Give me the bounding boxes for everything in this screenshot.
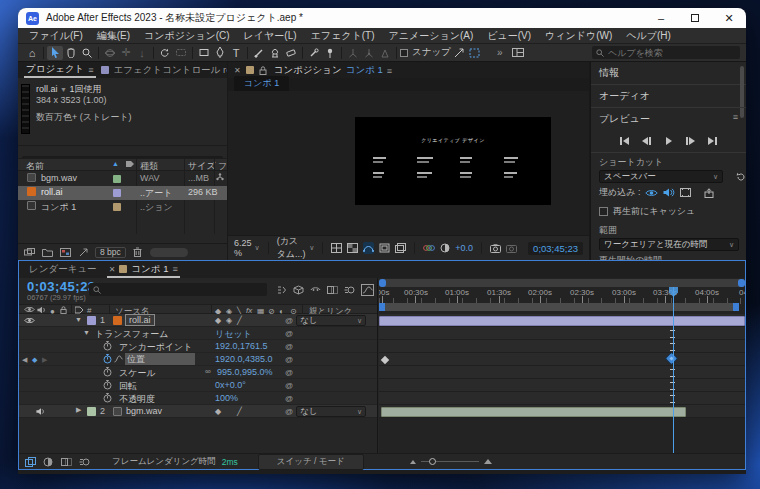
- timeline-search-input[interactable]: [104, 282, 244, 297]
- audio-on-icon[interactable]: [36, 407, 46, 416]
- include-audio-icon[interactable]: [663, 188, 675, 197]
- playhead-line[interactable]: [673, 287, 674, 453]
- label-color-chip[interactable]: [113, 189, 121, 197]
- lock-icon[interactable]: [259, 66, 267, 75]
- stopwatch-icon[interactable]: [103, 341, 112, 351]
- zoom-in-mountain-icon[interactable]: [484, 459, 492, 464]
- property-value[interactable]: 192.0,1761.5: [215, 341, 268, 351]
- range-dropdown[interactable]: ワークエリアと現在の時間∨: [599, 238, 739, 251]
- track-row-position[interactable]: [379, 353, 745, 366]
- chevron-down-icon[interactable]: ▼: [60, 86, 67, 93]
- project-item-comp1[interactable]: コンポ 1 ..ション: [18, 200, 227, 214]
- panel-menu-icon[interactable]: ≡: [172, 264, 177, 274]
- graph-toggle-icon[interactable]: [114, 355, 123, 363]
- help-search-field[interactable]: [592, 46, 740, 59]
- minimize-button[interactable]: –: [644, 8, 678, 28]
- property-value[interactable]: 0x+0.0°: [215, 380, 246, 390]
- world-axis-mode-icon[interactable]: [361, 46, 377, 60]
- transform-group-row[interactable]: ▼ トランスフォーム リセット @: [19, 327, 377, 340]
- expand-caret-icon[interactable]: ▶: [76, 406, 81, 414]
- info-panel-header[interactable]: 情報: [591, 62, 746, 85]
- parent-dropdown[interactable]: なし∨: [296, 315, 366, 326]
- mask-visibility-icon[interactable]: [363, 242, 374, 254]
- close-panel-icon[interactable]: ✕: [234, 66, 241, 75]
- motion-blur-icon[interactable]: [343, 283, 356, 296]
- menu-view[interactable]: ビュー(V): [480, 29, 538, 43]
- panel-menu-icon[interactable]: ≡: [387, 66, 392, 76]
- track-row-roll[interactable]: [379, 314, 745, 327]
- layer-bar-roll[interactable]: [379, 316, 745, 326]
- track-row-bgm[interactable]: [379, 405, 745, 418]
- layer-label-chip[interactable]: [87, 316, 96, 325]
- track-row-rotation[interactable]: [379, 379, 745, 392]
- quality-toggle[interactable]: ╱: [237, 407, 242, 416]
- frame-blending-icon[interactable]: [326, 283, 339, 296]
- proxy-icon[interactable]: [77, 247, 89, 258]
- cache-before-checkbox[interactable]: [599, 207, 608, 216]
- property-value[interactable]: 1920.0,4385.0: [215, 354, 273, 364]
- play-button[interactable]: [660, 134, 677, 147]
- label-color-chip[interactable]: [113, 175, 121, 183]
- close-tab-icon[interactable]: ✕: [109, 265, 116, 274]
- timeline-zoom-bar[interactable]: [379, 279, 745, 287]
- panel-menu-icon[interactable]: ≡: [88, 65, 93, 75]
- preview-panel-header[interactable]: プレビュー ≡: [591, 108, 746, 130]
- track-row-opacity[interactable]: [379, 392, 745, 405]
- region-of-interest-button-icon[interactable]: [379, 242, 390, 254]
- menu-file[interactable]: ファイル(F): [22, 29, 90, 43]
- menu-layer[interactable]: レイヤー(L): [237, 29, 304, 43]
- link-dimensions-icon[interactable]: ∞: [205, 367, 211, 376]
- next-keyframe-icon[interactable]: ▶: [42, 356, 47, 364]
- home-icon[interactable]: ⌂: [24, 46, 40, 60]
- local-axis-mode-icon[interactable]: [345, 46, 361, 60]
- brush-tool-icon[interactable]: [251, 46, 267, 60]
- resolution-dropdown[interactable]: (カスタム...)∨: [277, 235, 315, 261]
- menu-window[interactable]: ウィンドウ(W): [538, 29, 619, 43]
- composition-marker-icon[interactable]: [24, 456, 36, 467]
- property-row-opacity[interactable]: 不透明度 100% @: [19, 392, 377, 405]
- label-color-chip[interactable]: [113, 203, 121, 211]
- sort-ascending-icon[interactable]: ▲: [112, 160, 119, 167]
- trash-icon[interactable]: [132, 247, 144, 258]
- track-row-transform[interactable]: [379, 327, 745, 340]
- magnification-dropdown[interactable]: 6.25 %∨: [234, 238, 260, 258]
- shortcut-dropdown[interactable]: スペースバー∨: [599, 170, 723, 183]
- timeline-track-area[interactable]: 00s 00:30s 01:00s 01:30s 02:00s 02:30s 0…: [379, 278, 745, 453]
- zoom-out-mountain-icon[interactable]: [410, 460, 416, 464]
- show-snapshot-icon[interactable]: [506, 242, 517, 254]
- pan-camera-tool-icon[interactable]: ✛: [118, 46, 134, 60]
- view-axis-mode-icon[interactable]: [377, 46, 393, 60]
- stopwatch-icon[interactable]: [103, 354, 112, 364]
- orbit-camera-tool-icon[interactable]: [102, 46, 118, 60]
- timeline-zoom-slider[interactable]: [410, 459, 492, 464]
- pickwhip-icon[interactable]: @: [285, 368, 293, 377]
- label-column-icon[interactable]: [126, 160, 134, 168]
- switch-mode-button[interactable]: スイッチ / モード: [258, 454, 364, 470]
- timeline-search-field[interactable]: [89, 283, 267, 296]
- work-area-start-handle[interactable]: [379, 303, 385, 311]
- maximize-button[interactable]: [678, 8, 712, 28]
- composition-mini-flowchart-icon[interactable]: [275, 283, 288, 296]
- frame-blending-toggle-icon[interactable]: [60, 456, 72, 467]
- menu-help[interactable]: ヘルプ(H): [619, 29, 678, 43]
- layer-row-roll[interactable]: ▼ 1 roll.ai ◆ ◈ ╱ @ なし∨: [19, 314, 377, 327]
- snapshot-icon[interactable]: [490, 242, 501, 254]
- eraser-tool-icon[interactable]: [283, 46, 299, 60]
- help-search-input[interactable]: [608, 48, 728, 58]
- snap-checkbox[interactable]: [400, 49, 408, 57]
- property-row-anchor[interactable]: アンカーポイント 192.0,1761.5 @: [19, 340, 377, 353]
- new-composition-icon[interactable]: [59, 247, 71, 258]
- camera-tool-icon[interactable]: [173, 46, 189, 60]
- stopwatch-icon[interactable]: [103, 380, 112, 390]
- exposure-icon[interactable]: [440, 242, 450, 254]
- pickwhip-icon[interactable]: @: [285, 316, 293, 325]
- reset-preview-icon[interactable]: [736, 172, 746, 182]
- quality-toggle[interactable]: ╱: [237, 316, 242, 325]
- tab-timeline-comp1[interactable]: ✕ コンポ 1 ≡: [107, 261, 180, 278]
- project-item-bgm[interactable]: bgm.wav WAV ...MB: [18, 172, 227, 186]
- layer-row-bgm[interactable]: ▶ 2 bgm.wav ◆ ╱ @ なし∨: [19, 405, 377, 418]
- time-ruler[interactable]: 00s 00:30s 01:00s 01:30s 02:00s 02:30s 0…: [379, 288, 745, 298]
- tab-effect-controls[interactable]: エフェクトコントロール roll.ai: [114, 64, 227, 77]
- zoom-tool-icon[interactable]: [79, 46, 95, 60]
- clone-stamp-tool-icon[interactable]: [267, 46, 283, 60]
